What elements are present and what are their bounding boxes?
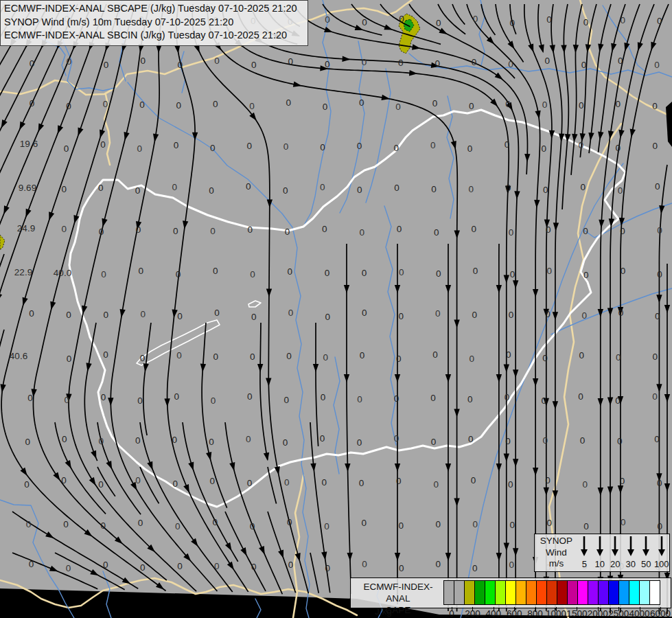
station-value: 0 [654, 434, 660, 444]
station-value: 0 [473, 266, 478, 276]
station-value: 0 [469, 101, 474, 111]
station-value: 0 [616, 99, 621, 109]
station-value: 0 [357, 185, 362, 195]
station-value: 0 [284, 477, 290, 488]
station-value: 0 [283, 437, 288, 448]
station-value: 0 [213, 99, 218, 109]
station-value: 0 [620, 226, 625, 236]
wind-speed-scale: 510203050100 [577, 534, 669, 571]
station-value: 0 [61, 475, 67, 485]
wind-speed-column: 100 [654, 536, 670, 571]
cape-tick-label: 200 [465, 608, 480, 618]
station-value: 0 [176, 269, 181, 279]
cape-tick-label: 6000 [650, 608, 671, 618]
station-value: 0 [67, 354, 72, 364]
station-value: 0 [212, 517, 218, 527]
station-value: 0 [101, 269, 106, 279]
cape-tick-label: 1500 [566, 608, 587, 618]
station-value: 0 [66, 101, 71, 111]
station-value: 0 [210, 143, 216, 153]
station-value: 0 [322, 224, 327, 234]
station-value: 0 [430, 393, 436, 403]
station-value: 0 [615, 143, 621, 153]
cape-tick-label: 800 [527, 608, 543, 618]
station-value: 0 [247, 478, 253, 488]
cape-tick-label: 2000 [588, 608, 608, 618]
station-value: 0 [397, 224, 402, 234]
station-value: 0 [103, 350, 108, 360]
station-value: 0 [580, 435, 586, 446]
station-value: 0 [361, 518, 367, 528]
station-value: 0 [469, 184, 474, 194]
station-value: 0 [510, 18, 515, 28]
station-value: 0 [472, 57, 477, 67]
station-value: 0 [136, 225, 141, 235]
station-value: 0 [137, 396, 143, 406]
station-value: 0 [62, 434, 67, 444]
cape-unit-label: J/kg [375, 606, 392, 617]
station-value: 0 [657, 225, 662, 236]
cape-legend-title: ECMWF-INDEX-ANAL [354, 581, 443, 604]
station-value: 0 [325, 563, 331, 573]
station-value: 0 [545, 475, 551, 485]
station-value: 0 [101, 392, 106, 402]
station-value: 0 [286, 351, 292, 361]
station-value: 0 [137, 144, 142, 154]
cape-swatch [618, 580, 629, 605]
station-value: 0 [431, 184, 437, 194]
station-value: 0 [210, 476, 216, 486]
station-value: 0 [103, 99, 108, 109]
cape-swatch [474, 580, 485, 605]
station-special-value: 24.9 [17, 223, 35, 233]
station-value: 0 [359, 478, 364, 488]
station-value: 0 [432, 350, 438, 360]
station-value: 0 [541, 396, 546, 406]
station-value: 0 [283, 141, 289, 152]
wind-down-arrow-icon [594, 536, 605, 556]
station-value: 0 [545, 309, 551, 319]
cape-swatch [505, 580, 516, 605]
station-value: 0 [578, 391, 583, 402]
station-special-value: 40.6 [10, 351, 27, 361]
station-value: 0 [177, 311, 183, 321]
station-value: 0 [173, 226, 178, 236]
cape-swatch [598, 580, 609, 605]
station-value: 0 [467, 144, 473, 154]
station-value: 0 [506, 350, 511, 360]
station-value: 0 [399, 520, 404, 531]
station-value: 0 [578, 140, 583, 150]
cape-swatch [639, 580, 650, 605]
station-value: 0 [435, 58, 440, 69]
station-value: 0 [618, 308, 624, 318]
station-value: 0 [140, 562, 146, 573]
cape-swatch [588, 580, 599, 605]
station-value: 0 [357, 394, 362, 404]
station-value: 0 [362, 559, 367, 569]
station-value: 0 [399, 14, 404, 24]
station-value: 0 [283, 185, 288, 196]
river-line [255, 599, 261, 618]
cape-tick-label: 1000 [546, 608, 566, 618]
station-value: 0 [139, 100, 145, 110]
station-value: 0 [30, 98, 35, 108]
station-value: 0 [396, 476, 402, 486]
station-value: 0 [176, 350, 182, 360]
station-value: 0 [436, 519, 441, 529]
wind-down-arrow-icon [656, 536, 667, 556]
wind-speed-label: 5 [577, 559, 592, 569]
cape-swatch [464, 580, 475, 605]
station-value: 0 [621, 517, 626, 527]
station-value: 0 [288, 560, 294, 570]
station-value: 0 [615, 396, 621, 406]
station-value: 0 [29, 559, 34, 569]
station-value: 0 [67, 56, 72, 67]
station-value: 0 [98, 436, 104, 446]
cape-swatch [454, 580, 465, 605]
station-special-value: 9.69 [19, 183, 36, 193]
wind-legend-title: SYNOP [537, 536, 575, 547]
wind-down-arrow-icon [579, 536, 590, 556]
station-value: 0 [213, 266, 218, 276]
station-value: 0 [320, 142, 325, 152]
station-value: 0 [616, 352, 621, 363]
station-value: 0 [250, 269, 255, 279]
